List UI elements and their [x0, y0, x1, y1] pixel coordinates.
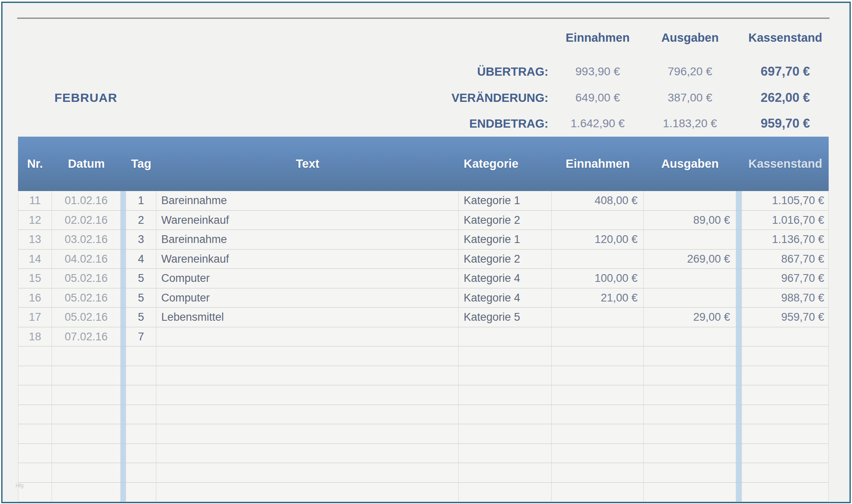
cell-datum[interactable]: 04.02.16 [52, 250, 121, 269]
cell-text[interactable]: Wareneinkauf [156, 211, 459, 230]
cell-datum[interactable]: 05.02.16 [52, 308, 121, 327]
cell-ausgaben[interactable]: 269,00 € [644, 250, 736, 269]
cell-einnahmen[interactable] [552, 308, 644, 327]
cell-ausgaben[interactable] [644, 405, 736, 424]
cell-ausgaben[interactable] [644, 327, 736, 346]
cell-kategorie[interactable] [459, 366, 552, 385]
cell-kategorie[interactable] [459, 463, 552, 482]
cell-tag[interactable]: 5 [126, 288, 156, 308]
cell-ausgaben[interactable] [644, 269, 736, 288]
cell-kassenstand[interactable]: 959,70 € [742, 308, 829, 327]
cell-kassenstand[interactable] [742, 444, 829, 463]
cell-text[interactable]: Bareinnahme [156, 230, 459, 249]
cell-kassenstand[interactable] [742, 424, 829, 443]
summary-kassenstand-value[interactable]: 697,70 € [742, 64, 829, 79]
cell-tag[interactable]: 4 [126, 250, 156, 269]
cell-kassenstand[interactable] [742, 405, 829, 424]
cell-text[interactable]: Bareinnahme [156, 191, 459, 210]
cell-tag[interactable]: 1 [126, 191, 156, 210]
cell-einnahmen[interactable] [552, 250, 644, 269]
cell-nr[interactable] [18, 444, 52, 463]
cell-kassenstand[interactable] [742, 366, 829, 385]
cell-kassenstand[interactable]: 1.136,70 € [742, 230, 829, 249]
cell-ausgaben[interactable] [644, 424, 736, 443]
cell-kassenstand[interactable]: 1.105,70 € [742, 191, 829, 210]
cell-tag[interactable]: 5 [126, 269, 156, 288]
cell-datum[interactable]: 03.02.16 [52, 230, 121, 249]
cell-kassenstand[interactable] [742, 327, 829, 346]
cell-kategorie[interactable] [459, 385, 552, 405]
summary-ausgaben-value[interactable]: 1.183,20 € [644, 117, 736, 130]
cell-einnahmen[interactable] [552, 366, 644, 385]
cell-einnahmen[interactable] [552, 463, 644, 482]
cell-einnahmen[interactable] [552, 405, 644, 424]
cell-text[interactable] [156, 444, 459, 463]
cell-kategorie[interactable] [459, 327, 552, 346]
cell-datum[interactable]: 05.02.16 [52, 288, 121, 308]
cell-kassenstand[interactable] [742, 385, 829, 405]
cell-nr[interactable]: 15 [18, 269, 52, 288]
cell-datum[interactable] [52, 424, 121, 443]
cell-nr[interactable] [18, 463, 52, 482]
cell-kategorie[interactable]: Kategorie 4 [459, 288, 552, 308]
cell-kategorie[interactable] [459, 483, 552, 502]
summary-ausgaben-value[interactable]: 387,00 € [644, 91, 736, 104]
cell-tag[interactable] [126, 483, 156, 502]
cell-ausgaben[interactable] [644, 288, 736, 308]
cell-text[interactable] [156, 366, 459, 385]
cell-tag[interactable]: 3 [126, 230, 156, 249]
cell-einnahmen[interactable]: 21,00 € [552, 288, 644, 308]
cell-text[interactable] [156, 327, 459, 346]
cell-datum[interactable] [52, 366, 121, 385]
cell-tag[interactable] [126, 405, 156, 424]
cell-kategorie[interactable] [459, 424, 552, 443]
cell-einnahmen[interactable]: 120,00 € [552, 230, 644, 249]
cell-ausgaben[interactable] [644, 366, 736, 385]
cell-text[interactable]: Wareneinkauf [156, 250, 459, 269]
cell-nr[interactable]: 11 [18, 191, 52, 210]
cell-nr[interactable] [18, 366, 52, 385]
cell-datum[interactable] [52, 483, 121, 502]
cell-ausgaben[interactable] [644, 483, 736, 502]
summary-ausgaben-value[interactable]: 796,20 € [644, 65, 736, 78]
cell-kategorie[interactable] [459, 405, 552, 424]
summary-einnahmen-value[interactable]: 993,90 € [552, 65, 644, 78]
cell-text[interactable] [156, 463, 459, 482]
cell-kategorie[interactable]: Kategorie 5 [459, 308, 552, 327]
summary-einnahmen-value[interactable]: 1.642,90 € [552, 117, 644, 130]
summary-kassenstand-value[interactable]: 959,70 € [742, 116, 829, 131]
cell-ausgaben[interactable] [644, 230, 736, 249]
cell-datum[interactable]: 05.02.16 [52, 269, 121, 288]
cell-tag[interactable] [126, 463, 156, 482]
cell-nr[interactable]: 17 [18, 308, 52, 327]
cell-datum[interactable]: 01.02.16 [52, 191, 121, 210]
cell-datum[interactable] [52, 346, 121, 366]
cell-text[interactable] [156, 346, 459, 366]
cell-einnahmen[interactable] [552, 424, 644, 443]
cell-kategorie[interactable]: Kategorie 1 [459, 230, 552, 249]
cell-kassenstand[interactable] [742, 463, 829, 482]
cell-kassenstand[interactable]: 867,70 € [742, 250, 829, 269]
cell-kassenstand[interactable] [742, 483, 829, 502]
cell-nr[interactable]: 16 [18, 288, 52, 308]
cell-einnahmen[interactable] [552, 444, 644, 463]
cell-datum[interactable] [52, 405, 121, 424]
cell-datum[interactable]: 07.02.16 [52, 327, 121, 346]
cell-ausgaben[interactable] [644, 191, 736, 210]
summary-kassenstand-value[interactable]: 262,00 € [742, 90, 829, 105]
cell-tag[interactable]: 5 [126, 308, 156, 327]
cell-einnahmen[interactable] [552, 483, 644, 502]
cell-text[interactable]: Lebensmittel [156, 308, 459, 327]
cell-kassenstand[interactable] [742, 346, 829, 366]
cell-text[interactable]: Computer [156, 269, 459, 288]
cell-text[interactable]: Computer [156, 288, 459, 308]
cell-datum[interactable] [52, 463, 121, 482]
cell-nr[interactable]: 14 [18, 250, 52, 269]
cell-einnahmen[interactable] [552, 346, 644, 366]
cell-nr[interactable] [18, 385, 52, 405]
cell-kategorie[interactable] [459, 444, 552, 463]
cell-nr[interactable] [18, 424, 52, 443]
cell-tag[interactable]: 7 [126, 327, 156, 346]
cell-ausgaben[interactable] [644, 463, 736, 482]
cell-ausgaben[interactable]: 29,00 € [644, 308, 736, 327]
